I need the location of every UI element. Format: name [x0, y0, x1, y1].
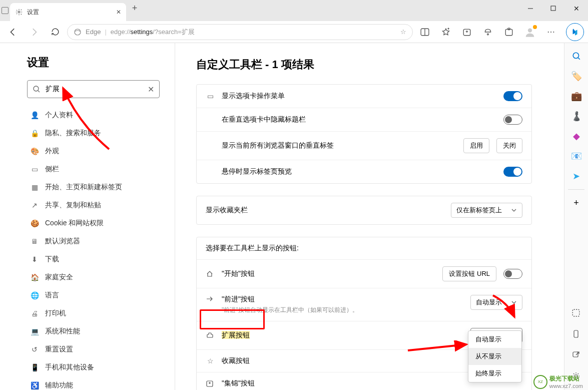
tab-title: 设置: [27, 8, 39, 17]
chevron-down-icon: [511, 207, 517, 213]
extensions-row-icon: [206, 331, 215, 339]
address-bar[interactable]: Edge | edge://settings/?search=扩展 ☆: [67, 24, 413, 40]
extensions-button-label: 扩展按钮: [222, 331, 463, 340]
sidebar-search-icon[interactable]: [567, 47, 585, 65]
more-icon[interactable]: ⋯: [542, 23, 560, 41]
toggle-home-button[interactable]: [503, 269, 522, 279]
nav-label: 语言: [45, 291, 59, 300]
browser-tab[interactable]: 设置 ✕: [10, 3, 126, 21]
toggle-hide-titlebar[interactable]: [503, 115, 522, 125]
search-input[interactable]: [46, 85, 143, 93]
gear-icon: [15, 8, 23, 16]
nav-label: 下载: [45, 255, 59, 264]
search-input-container[interactable]: ✕: [27, 80, 160, 98]
sidebar-nav-item[interactable]: ♿辅助功能: [27, 376, 160, 390]
row-label: 在垂直选项卡中隐藏标题栏: [206, 115, 496, 124]
sidebar-nav-item[interactable]: ▦开始、主页和新建标签页: [27, 178, 160, 196]
home-icon: [206, 270, 215, 278]
sidebar-nav-item[interactable]: 🎨外观: [27, 142, 160, 160]
nav-label: 个人资料: [45, 111, 73, 120]
sidebar-nav-item[interactable]: ↺重置设置: [27, 340, 160, 358]
watermark: XZ 极光下载站 www.xz7.com: [533, 374, 583, 389]
sidebar-nav-item[interactable]: ↗共享、复制和粘贴: [27, 196, 160, 214]
sidebar-add-icon[interactable]: +: [567, 194, 585, 212]
star-row-icon: ☆: [206, 357, 215, 365]
sidebar-nav-item[interactable]: 🖥默认浏览器: [27, 232, 160, 250]
refresh-button[interactable]: [46, 23, 64, 41]
edge-icon: [74, 28, 82, 36]
nav-label: 打印机: [45, 309, 66, 318]
tab-close-icon[interactable]: ✕: [116, 9, 121, 16]
toggle-tab-actions[interactable]: [503, 91, 522, 101]
sidebar-nav-item[interactable]: 👤个人资料: [27, 106, 160, 124]
section-title: 选择要在工具栏上显示的按钮:: [206, 244, 522, 253]
set-url-button[interactable]: 设置按钮 URL: [442, 266, 496, 281]
sidebar-nav-item[interactable]: ▭侧栏: [27, 160, 160, 178]
sidebar-outlook-icon[interactable]: 📧: [567, 147, 585, 165]
nav-label: Cookie 和网站权限: [45, 219, 104, 228]
copilot-icon[interactable]: [566, 23, 584, 41]
svg-line-21: [578, 58, 579, 59]
row-label: 显示当前所有浏览器窗口的垂直标签: [206, 141, 456, 150]
dropdown-option[interactable]: 始终显示: [468, 365, 521, 382]
sidebar-nav-item[interactable]: 📱手机和其他设备: [27, 358, 160, 376]
nav-label: 重置设置: [45, 345, 73, 354]
nav-icon: ♿: [30, 381, 39, 389]
sidebar-telegram-icon[interactable]: ➤: [567, 167, 585, 185]
nav-icon: ⬇: [30, 255, 39, 263]
share-icon[interactable]: [567, 346, 585, 364]
page-heading: 自定义工具栏 - 1 项结果: [196, 57, 532, 72]
nav-icon: 🏠: [30, 273, 39, 281]
nav-label: 系统和性能: [45, 327, 80, 336]
sidebar-nav-item[interactable]: 🍪Cookie 和网站权限: [27, 214, 160, 232]
svg-point-15: [34, 86, 39, 91]
favorite-icon[interactable]: ☆: [400, 28, 406, 36]
dropdown-option[interactable]: 自动显示: [468, 331, 521, 348]
sidebar-nav-item[interactable]: 🔒隐私、搜索和服务: [27, 124, 160, 142]
enable-button[interactable]: 启用: [463, 138, 489, 153]
nav-icon: 🖨: [30, 309, 39, 317]
sidebar-shopping-icon[interactable]: 🏷️: [567, 67, 585, 85]
nav-label: 默认浏览器: [45, 237, 80, 246]
tab-actions-icon[interactable]: [0, 0, 10, 21]
profile-icon[interactable]: [521, 23, 539, 41]
split-screen-icon[interactable]: [416, 23, 434, 41]
sidebar-m365-icon[interactable]: ◆: [567, 127, 585, 145]
tab-actions-row-icon: ▭: [206, 92, 215, 100]
screenshot-icon[interactable]: [567, 304, 585, 322]
window-minimize[interactable]: [519, 0, 542, 17]
toggle-hover-preview[interactable]: [503, 167, 522, 177]
favorites-bar-dropdown[interactable]: 仅在新标签页上: [451, 203, 522, 218]
sidebar-nav-item[interactable]: 🌐语言: [27, 286, 160, 304]
collections-icon[interactable]: [458, 23, 476, 41]
dropdown-option[interactable]: 从不显示: [468, 348, 521, 365]
sidebar-nav-item[interactable]: 🏠家庭安全: [27, 268, 160, 286]
new-tab-button[interactable]: +: [126, 3, 143, 14]
extensions-icon[interactable]: [500, 23, 518, 41]
nav-icon: 🔒: [30, 129, 39, 137]
row-label: 显示选项卡操作菜单: [222, 92, 496, 101]
window-close[interactable]: ✕: [565, 0, 588, 17]
forward-dropdown[interactable]: 自动显示: [470, 295, 522, 310]
sidebar-nav-item[interactable]: 💻系统和性能: [27, 322, 160, 340]
nav-icon: ▭: [30, 165, 39, 173]
sidebar-tools-icon[interactable]: 💼: [567, 87, 585, 105]
nav-icon: 🌐: [30, 291, 39, 299]
dropdown-menu[interactable]: 自动显示从不显示始终显示: [468, 330, 522, 382]
sidebar-nav-item[interactable]: ⬇下载: [27, 250, 160, 268]
clear-search-icon[interactable]: ✕: [148, 85, 154, 94]
collections-row-icon: [206, 379, 215, 387]
sidebar-games-icon[interactable]: ♟️: [567, 107, 585, 125]
back-button[interactable]: [4, 23, 22, 41]
window-maximize[interactable]: [542, 0, 565, 17]
row-label: 显示收藏夹栏: [206, 206, 444, 215]
svg-rect-22: [572, 309, 579, 316]
sidebar-nav-item[interactable]: 🖨打印机: [27, 304, 160, 322]
forward-row-icon: [206, 295, 215, 303]
row-subtitle: "前进"按钮自动显示在工具栏中（如果可以前进）。: [222, 306, 463, 314]
mobile-icon[interactable]: [567, 325, 585, 343]
nav-label: 开始、主页和新建标签页: [45, 183, 122, 192]
favorites-icon[interactable]: [437, 23, 455, 41]
performance-icon[interactable]: [479, 23, 497, 41]
row-label: "前进"按钮: [222, 295, 463, 304]
